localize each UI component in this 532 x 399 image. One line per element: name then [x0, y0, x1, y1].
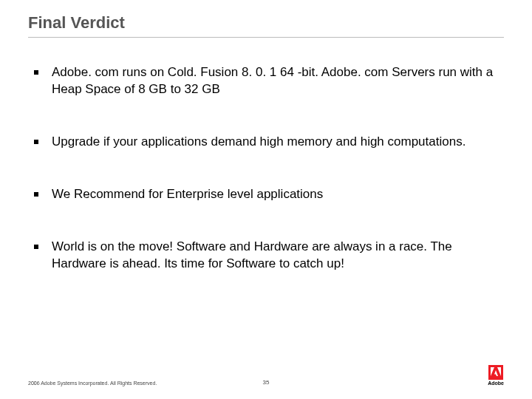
- footer: 2006 Adobe Systems Incorporated. All Rig…: [28, 365, 504, 386]
- square-bullet-icon: [34, 140, 38, 144]
- square-bullet-icon: [34, 70, 38, 75]
- bullet-text: We Recommend for Enterprise level applic…: [52, 186, 323, 203]
- bullet-list: Adobe. com runs on Cold. Fusion 8. 0. 1 …: [28, 64, 504, 273]
- copyright-text: 2006 Adobe Systems Incorporated. All Rig…: [28, 381, 157, 386]
- bullet-text: Adobe. com runs on Cold. Fusion 8. 0. 1 …: [52, 64, 504, 98]
- adobe-logo-text: Adobe: [488, 381, 504, 386]
- page-number: 35: [263, 379, 270, 386]
- slide: Final Verdict Adobe. com runs on Cold. F…: [0, 0, 532, 399]
- title-divider: [28, 37, 504, 38]
- bullet-item: Upgrade if your applications demand high…: [34, 134, 504, 151]
- slide-title: Final Verdict: [28, 13, 504, 33]
- bullet-item: Adobe. com runs on Cold. Fusion 8. 0. 1 …: [34, 64, 504, 98]
- bullet-text: World is on the move! Software and Hardw…: [52, 239, 504, 273]
- bullet-item: World is on the move! Software and Hardw…: [34, 239, 504, 273]
- adobe-logo-icon: [488, 365, 503, 380]
- square-bullet-icon: [34, 192, 38, 197]
- square-bullet-icon: [34, 245, 38, 249]
- bullet-text: Upgrade if your applications demand high…: [52, 134, 466, 151]
- adobe-logo: Adobe: [488, 365, 504, 386]
- bullet-item: We Recommend for Enterprise level applic…: [34, 186, 504, 203]
